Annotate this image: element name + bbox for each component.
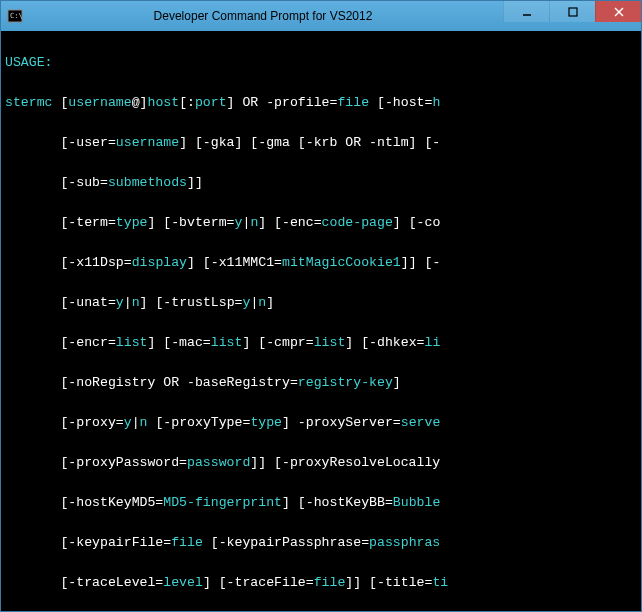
cmd-icon: C:\ — [7, 8, 23, 24]
svg-text:C:\: C:\ — [10, 12, 23, 20]
close-button[interactable] — [595, 1, 641, 22]
terminal-body[interactable]: USAGE: stermc [username@]host[:port] OR … — [1, 31, 641, 611]
svg-rect-3 — [569, 8, 577, 16]
maximize-button[interactable] — [549, 1, 595, 22]
terminal-window: C:\ Developer Command Prompt for VS2012 … — [0, 0, 642, 612]
minimize-button[interactable] — [503, 1, 549, 22]
usage-label: USAGE: — [5, 55, 52, 70]
window-controls — [503, 1, 641, 22]
cmd-name: stermc — [5, 95, 52, 110]
titlebar[interactable]: C:\ Developer Command Prompt for VS2012 — [1, 1, 641, 31]
